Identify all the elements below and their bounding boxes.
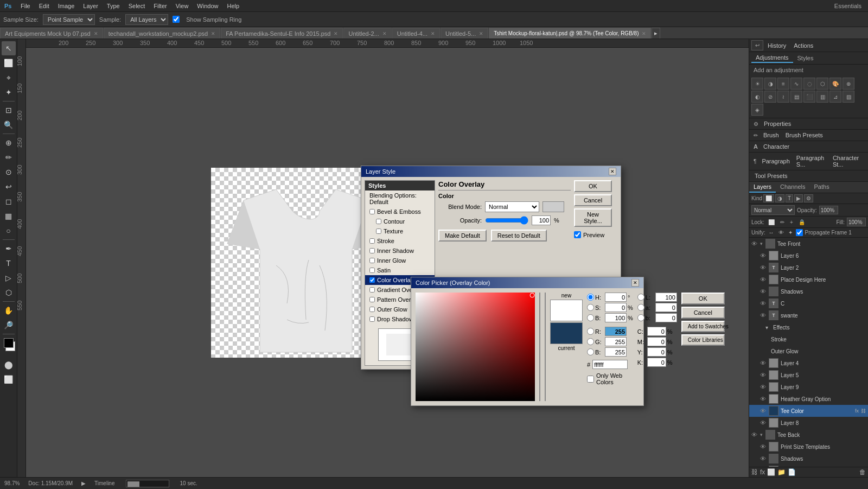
ls-ok-btn[interactable]: OK (574, 180, 612, 192)
ls-blend-mode-select[interactable]: Normal (485, 201, 539, 212)
cp-alpha-slider[interactable] (545, 293, 546, 401)
adj-invert[interactable]: ⬛ (803, 91, 815, 103)
propagate-frame-checkbox[interactable] (796, 229, 803, 236)
properties-icon[interactable]: ⚙ (751, 120, 761, 128)
styles-tab[interactable]: Styles (793, 54, 818, 62)
history-label[interactable]: History (764, 41, 789, 50)
marquee-tool[interactable]: ⬜ (2, 56, 16, 70)
eye-icon-shadows2[interactable]: 👁 (760, 455, 768, 462)
adj-photo-filter[interactable]: ⊘ (764, 91, 776, 103)
character-icon[interactable]: A (751, 142, 760, 151)
cp-ok-btn[interactable]: OK (681, 293, 725, 304)
layer-row-swante[interactable]: 👁 T swante (749, 309, 868, 321)
layer-row-shadows[interactable]: 👁 Shadows (749, 285, 868, 297)
ls-inner-glow[interactable]: Inner Glow (365, 256, 435, 265)
sample-select[interactable]: All Layers (125, 14, 168, 25)
tabs-overflow[interactable]: ▸ (652, 28, 660, 39)
layer-row-layer9[interactable]: 👁 Layer 9 (749, 381, 868, 393)
layer-style-title[interactable]: Layer Style ✕ (361, 166, 621, 177)
add-style-btn[interactable]: fx (760, 468, 765, 476)
eyedropper-tool[interactable]: 🔍 (2, 118, 16, 132)
cp-r-input[interactable] (605, 327, 627, 336)
history-brush-tool[interactable]: ↩ (2, 180, 16, 194)
cp-b3-input[interactable] (655, 313, 677, 322)
eye-icon-layer8[interactable]: 👁 (760, 420, 768, 426)
menu-window[interactable]: Window (193, 2, 222, 10)
menu-filter[interactable]: Filter (149, 2, 171, 10)
tool-presets-label[interactable]: Tool Presets (751, 172, 791, 180)
layer-row-heather-gray[interactable]: 👁 Heather Gray Option (749, 393, 868, 405)
cp-hex-input[interactable] (592, 360, 628, 369)
menu-select[interactable]: Select (124, 2, 150, 10)
move-tool[interactable]: ↖ (2, 41, 16, 55)
filter-type-smart[interactable]: ⚙ (804, 194, 813, 202)
menu-view[interactable]: View (171, 2, 193, 10)
ls-pattern-overlay-check[interactable] (369, 297, 375, 302)
cp-a-radio[interactable] (637, 304, 644, 311)
timeline-arrow[interactable]: ▶ (81, 480, 86, 486)
lock-all[interactable]: 🔒 (797, 219, 807, 226)
paragraph-icon[interactable]: ¶ (751, 157, 758, 166)
layer-row-stroke[interactable]: Stroke (749, 333, 868, 345)
adj-hsl[interactable]: 🎨 (829, 78, 841, 90)
cp-y-input[interactable] (647, 347, 666, 357)
tab-close-5[interactable]: ✕ (479, 31, 483, 36)
eye-icon-shadows[interactable]: 👁 (760, 288, 768, 295)
cp-h-input[interactable] (605, 293, 627, 302)
ls-stroke[interactable]: Stroke (365, 236, 435, 246)
eye-icon-tee-color[interactable]: 👁 (760, 408, 768, 414)
type-tool[interactable]: T (2, 256, 16, 270)
adj-bw[interactable]: ◐ (751, 91, 763, 103)
history-panel-icon[interactable]: ↩ (751, 40, 763, 50)
cp-a-input[interactable] (655, 303, 677, 312)
screen-mode-tool[interactable]: ⬜ (2, 372, 16, 386)
paths-tab[interactable]: Paths (810, 182, 834, 193)
eye-icon-layer5[interactable]: 👁 (760, 372, 768, 378)
layer-style-close[interactable]: ✕ (609, 168, 616, 175)
layer-row-outer-glow[interactable]: Outer Glow (749, 345, 868, 357)
layer-row-c[interactable]: 👁 T C (749, 297, 868, 309)
tab-untitled5[interactable]: Untitled-5... ✕ (441, 28, 488, 39)
tab-close-4[interactable]: ✕ (431, 31, 435, 36)
layer-row-layer5[interactable]: 👁 Layer 5 (749, 369, 868, 381)
adj-brightness[interactable]: ☀ (751, 78, 763, 90)
ls-texture-check[interactable] (376, 228, 381, 234)
adj-color-lookup[interactable]: ▤ (790, 91, 802, 103)
tab-close-3[interactable]: ✕ (382, 31, 387, 36)
ls-contour-check[interactable] (376, 219, 381, 224)
cp-only-web-checkbox[interactable] (587, 376, 594, 383)
gradient-tool[interactable]: ▦ (2, 209, 16, 223)
link-layers-btn[interactable]: ⛓ (751, 468, 758, 476)
menu-layer[interactable]: Layer (79, 2, 103, 10)
eye-icon-place-design[interactable]: 👁 (760, 276, 768, 283)
layer-row-place-design[interactable]: 👁 Place Design Here (749, 274, 868, 285)
ls-drop-shadow-check[interactable] (369, 316, 375, 322)
ls-satin-check[interactable] (369, 268, 375, 273)
layer-row-shadows2[interactable]: 👁 Shadows (749, 453, 868, 465)
ls-contour[interactable]: Contour (365, 217, 435, 226)
crop-tool[interactable]: ⊡ (2, 103, 16, 117)
zoom-tool[interactable]: 🔎 (2, 318, 16, 332)
ls-reset-default-btn[interactable]: Reset to Default (491, 230, 547, 242)
ls-bevel-check[interactable] (369, 209, 375, 214)
tab-art-equipment[interactable]: Art Equipments Mock Up 07.psd ✕ (0, 28, 103, 39)
opacity-input[interactable] (819, 206, 838, 214)
cp-g-input[interactable] (605, 337, 627, 346)
tab-close-1[interactable]: ✕ (211, 31, 215, 36)
expand-tee-back[interactable]: ▾ (760, 432, 765, 437)
brush-tool[interactable]: ✏ (2, 150, 16, 164)
unify-style[interactable]: ✦ (787, 229, 794, 236)
layer-row-layer2[interactable]: 👁 T Layer 2 (749, 262, 868, 274)
filter-type-pixel[interactable]: ⬜ (763, 194, 774, 202)
unify-vis[interactable]: 👁 (777, 229, 785, 236)
ls-blending-options[interactable]: Blending Options: Default (365, 190, 435, 207)
ls-satin[interactable]: Satin (365, 265, 435, 275)
spot-heal-tool[interactable]: ⊕ (2, 136, 16, 150)
cp-h-radio[interactable] (587, 294, 594, 301)
cp-l-radio[interactable] (637, 294, 644, 301)
cp-b2-input[interactable] (605, 347, 627, 357)
eye-icon-layer4[interactable]: 👁 (760, 360, 768, 366)
menu-edit[interactable]: Edit (35, 2, 54, 10)
ls-inner-glow-check[interactable] (369, 258, 375, 263)
tab-tshirt[interactable]: Tshirt Mockup-floral-katun|.psd @ 98.7% … (489, 28, 651, 39)
